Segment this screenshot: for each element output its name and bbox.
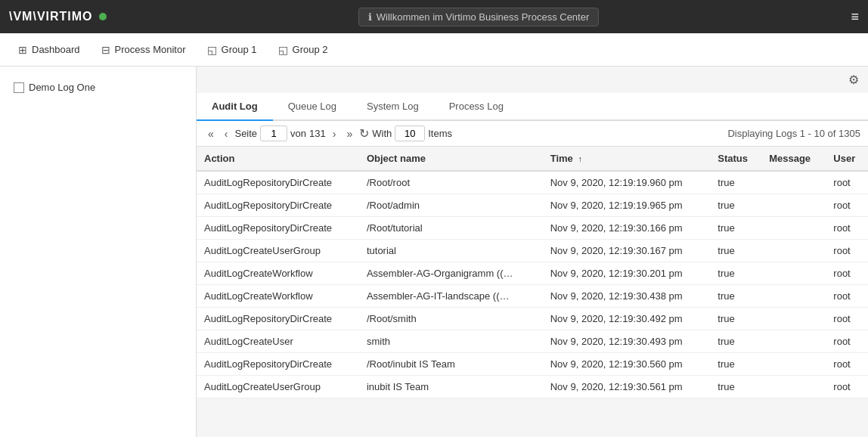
cell-action: AuditLogRepositoryDirCreate bbox=[197, 194, 359, 217]
dashboard-icon: ⊞ bbox=[18, 44, 27, 56]
cell-status: true bbox=[710, 171, 761, 194]
cell-object-name: smith bbox=[359, 330, 543, 353]
cell-status: true bbox=[710, 353, 761, 376]
main-content: ⚙ Audit Log Queue Log System Log Process… bbox=[197, 67, 868, 437]
cell-time: Nov 9, 2020, 12:19:30.493 pm bbox=[543, 330, 711, 353]
menu-icon[interactable]: ≡ bbox=[851, 9, 859, 25]
cell-status: true bbox=[710, 194, 761, 217]
nav-label-group1: Group 1 bbox=[222, 44, 257, 55]
logo-text: \VM\VIRTIMO bbox=[9, 10, 93, 23]
cell-time: Nov 9, 2020, 12:19:30.492 pm bbox=[543, 308, 711, 330]
cell-status: true bbox=[710, 262, 761, 285]
cell-status: true bbox=[710, 330, 761, 353]
welcome-message-bar: ℹ Willkommen im Virtimo Business Process… bbox=[358, 8, 600, 26]
logo-area: \VM\VIRTIMO bbox=[9, 10, 107, 23]
items-per-page-input[interactable] bbox=[395, 126, 425, 141]
cell-status: true bbox=[710, 376, 761, 398]
cell-time: Nov 9, 2020, 12:19:30.167 pm bbox=[543, 240, 711, 262]
cell-action: AuditLogRepositoryDirCreate bbox=[197, 353, 359, 376]
cell-message bbox=[761, 353, 826, 376]
tab-audit-log[interactable]: Audit Log bbox=[197, 93, 273, 121]
cell-user: root bbox=[826, 353, 868, 376]
sidebar: Demo Log One bbox=[0, 67, 197, 437]
col-message: Message bbox=[761, 147, 826, 171]
first-page-button[interactable]: « bbox=[204, 126, 218, 141]
cell-time: Nov 9, 2020, 12:19:30.561 pm bbox=[543, 376, 711, 398]
cell-user: root bbox=[826, 194, 868, 217]
nav-item-group1[interactable]: ◱ Group 1 bbox=[198, 39, 266, 60]
status-indicator bbox=[99, 13, 107, 20]
cell-action: AuditLogCreateUserGroup bbox=[197, 376, 359, 398]
cell-action: AuditLogCreateUser bbox=[197, 330, 359, 353]
col-time[interactable]: Time ↑ bbox=[543, 147, 711, 171]
nav-item-group2[interactable]: ◱ Group 2 bbox=[269, 39, 337, 60]
cell-object-name: /Root/inubit IS Team bbox=[359, 353, 543, 376]
cell-message bbox=[761, 376, 826, 398]
group2-icon: ◱ bbox=[278, 44, 288, 56]
next-page-button[interactable]: › bbox=[329, 126, 340, 141]
cell-status: true bbox=[710, 217, 761, 240]
cell-time: Nov 9, 2020, 12:19:30.166 pm bbox=[543, 217, 711, 240]
table-row: AuditLogRepositoryDirCreate /Root/tutori… bbox=[197, 217, 868, 240]
col-user: User bbox=[826, 147, 868, 171]
table-body: AuditLogRepositoryDirCreate /Root/root N… bbox=[197, 171, 868, 398]
cell-action: AuditLogCreateWorkflow bbox=[197, 262, 359, 285]
cell-user: root bbox=[826, 240, 868, 262]
cell-object-name: /Root/tutorial bbox=[359, 217, 543, 240]
main-layout: Demo Log One ⚙ Audit Log Queue Log Syste… bbox=[0, 67, 868, 437]
sidebar-checkbox[interactable] bbox=[14, 82, 24, 93]
table-row: AuditLogRepositoryDirCreate /Root/root N… bbox=[197, 171, 868, 194]
cell-object-name: inubit IS Team bbox=[359, 376, 543, 398]
cell-user: root bbox=[826, 217, 868, 240]
sidebar-item-label: Demo Log One bbox=[29, 82, 95, 93]
cell-object-name: /Root/smith bbox=[359, 308, 543, 330]
tab-process-log[interactable]: Process Log bbox=[434, 93, 519, 121]
cell-user: root bbox=[826, 262, 868, 285]
nav-label-group2: Group 2 bbox=[293, 44, 328, 55]
cell-message bbox=[761, 194, 826, 217]
displaying-text: Displaying Logs 1 - 10 of 1305 bbox=[727, 128, 860, 139]
cell-time: Nov 9, 2020, 12:19:30.201 pm bbox=[543, 262, 711, 285]
cell-object-name: /Root/admin bbox=[359, 194, 543, 217]
tabs-bar: Audit Log Queue Log System Log Process L… bbox=[197, 93, 868, 121]
pagination-bar: « ‹ Seite von 131 › » ↻ With Items Displ… bbox=[197, 121, 868, 147]
table-row: AuditLogCreateWorkflow Assembler-AG-Orga… bbox=[197, 262, 868, 285]
settings-icon[interactable]: ⚙ bbox=[848, 73, 859, 87]
cell-time: Nov 9, 2020, 12:19:30.560 pm bbox=[543, 353, 711, 376]
total-pages: 131 bbox=[309, 128, 326, 139]
audit-log-table: Action Object name Time ↑ Status Message… bbox=[197, 147, 868, 398]
page-input[interactable] bbox=[260, 126, 287, 141]
table-row: AuditLogRepositoryDirCreate /Root/admin … bbox=[197, 194, 868, 217]
refresh-icon[interactable]: ↻ bbox=[359, 126, 369, 141]
table-row: AuditLogRepositoryDirCreate /Root/inubit… bbox=[197, 353, 868, 376]
table-row: AuditLogRepositoryDirCreate /Root/smith … bbox=[197, 308, 868, 330]
cell-status: true bbox=[710, 308, 761, 330]
table-row: AuditLogCreateWorkflow Assembler-AG-IT-l… bbox=[197, 285, 868, 308]
nav-item-process-monitor[interactable]: ⊟ Process Monitor bbox=[92, 39, 195, 60]
cell-object-name: Assembler-AG-IT-landscape ((… bbox=[359, 285, 543, 308]
col-object-name: Object name bbox=[359, 147, 543, 171]
cell-object-name: tutorial bbox=[359, 240, 543, 262]
tab-system-log[interactable]: System Log bbox=[352, 93, 434, 121]
von-label: von bbox=[290, 128, 306, 139]
cell-action: AuditLogCreateUserGroup bbox=[197, 240, 359, 262]
prev-page-button[interactable]: ‹ bbox=[221, 126, 232, 141]
cell-action: AuditLogRepositoryDirCreate bbox=[197, 171, 359, 194]
nav-item-dashboard[interactable]: ⊞ Dashboard bbox=[9, 39, 89, 60]
page-label: Seite bbox=[234, 128, 257, 139]
last-page-button[interactable]: » bbox=[343, 126, 356, 141]
nav-label-dashboard: Dashboard bbox=[32, 44, 80, 55]
cell-action: AuditLogRepositoryDirCreate bbox=[197, 308, 359, 330]
items-label: Items bbox=[428, 128, 452, 139]
cell-message bbox=[761, 285, 826, 308]
tab-queue-log[interactable]: Queue Log bbox=[273, 93, 352, 121]
col-action: Action bbox=[197, 147, 359, 171]
welcome-message: Willkommen im Virtimo Business Process C… bbox=[377, 11, 590, 23]
cell-action: AuditLogRepositoryDirCreate bbox=[197, 217, 359, 240]
cell-message bbox=[761, 171, 826, 194]
table-wrap: Action Object name Time ↑ Status Message… bbox=[197, 147, 868, 437]
table-row: AuditLogCreateUser smith Nov 9, 2020, 12… bbox=[197, 330, 868, 353]
sidebar-item-demo-log[interactable]: Demo Log One bbox=[9, 76, 187, 99]
cell-status: true bbox=[710, 285, 761, 308]
cell-message bbox=[761, 330, 826, 353]
